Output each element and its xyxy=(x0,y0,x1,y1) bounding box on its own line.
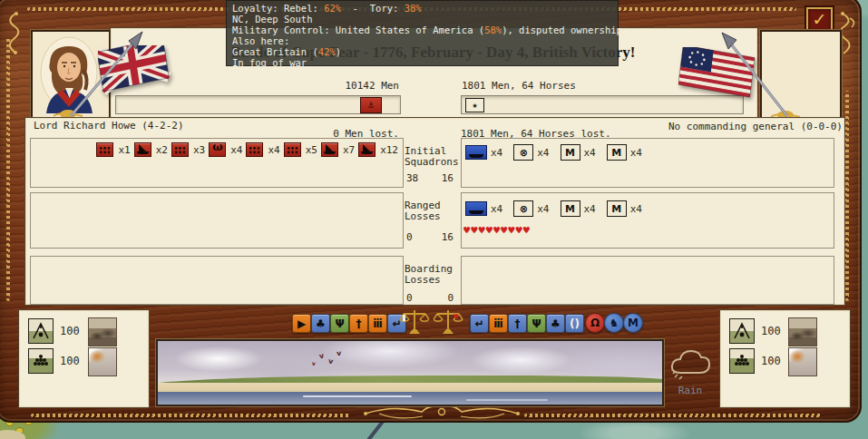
balance-candle-icon xyxy=(399,306,430,337)
infantry-icon[interactable]: ⅲ xyxy=(368,314,387,333)
tooltip-also-here-line: Also here: xyxy=(232,35,612,46)
british-flag-spear xyxy=(54,25,190,125)
ship-of-the-line-icon[interactable] xyxy=(284,142,301,157)
battlefield-landscape: v v v v xyxy=(156,339,664,406)
terrain-icon[interactable]: Ψ xyxy=(330,314,349,333)
unit-count: x4 xyxy=(537,203,549,215)
balance-heart-icon xyxy=(433,306,463,337)
luck-icon[interactable]: ♣ xyxy=(546,314,565,333)
gold-rope-bottom-right xyxy=(524,414,822,417)
ammo-cannonballs-icon[interactable] xyxy=(28,348,54,374)
ship-of-the-line-icon[interactable] xyxy=(246,142,263,157)
hit-hearts-row: ♥♥♥♥♥♥♥♥♥ xyxy=(463,224,531,237)
british-ranged-box xyxy=(30,192,404,249)
galley-icon[interactable] xyxy=(209,142,226,157)
american-ammo-value: 100 xyxy=(761,355,781,367)
initial-squadrons-label: Initial Squadrons xyxy=(405,146,461,168)
brackets-icon[interactable]: () xyxy=(565,314,584,333)
unit-count: x12 xyxy=(380,144,398,156)
weapons-icon[interactable]: † xyxy=(508,314,527,333)
tooltip-great-britain-line: Great Britain (42%) xyxy=(232,46,612,57)
weather-label: Rain xyxy=(664,385,717,396)
unit-count: x4 xyxy=(584,147,596,159)
sea-water xyxy=(158,392,662,405)
american-boarding-box xyxy=(461,256,834,305)
tooltip-region-line: NC, Deep South xyxy=(232,14,612,24)
checkmark-icon: ✓ xyxy=(813,9,827,29)
bottom-filigree-ornament xyxy=(361,405,522,421)
sloop-icon[interactable] xyxy=(321,142,338,157)
ranged-left-count: 0 xyxy=(406,231,413,243)
tooltip-loyalty-line: Loyalty: Rebel: 62% - Tory: 38% xyxy=(232,3,612,14)
unit-count: x7 xyxy=(343,144,355,156)
unit-count: x4 xyxy=(268,144,279,156)
militia-icon[interactable]: M xyxy=(607,200,627,217)
ammo-cannonballs-icon[interactable] xyxy=(729,348,755,374)
supply-tent-icon[interactable] xyxy=(729,318,755,344)
american-strength-label: 1801 Men, 64 Horses xyxy=(462,80,576,92)
anchor-icon[interactable]: ⚓ xyxy=(360,97,382,113)
militia-icon[interactable]: M xyxy=(607,144,627,161)
wave-icon[interactable]: M xyxy=(623,313,643,333)
boarding-left-count: 0 xyxy=(406,292,413,304)
unit-count: x4 xyxy=(491,147,502,159)
weapons-icon[interactable]: † xyxy=(349,314,368,333)
american-supply-value: 100 xyxy=(761,325,781,337)
militia-icon[interactable]: M xyxy=(561,144,580,161)
american-ranged-units-row: x4 ⊗x4 Mx4 Mx4 xyxy=(465,200,642,217)
region-tooltip: Loyalty: Rebel: 62% - Tory: 38% NC, Deep… xyxy=(226,0,619,66)
unit-count: x1 xyxy=(118,144,130,156)
fleet-icon[interactable] xyxy=(465,145,487,160)
ranged-right-count: 16 xyxy=(426,231,454,243)
gold-rope-left xyxy=(6,36,10,301)
boarding-right-count: 0 xyxy=(426,292,454,304)
supply-unit-icon[interactable]: ⊗ xyxy=(513,144,533,161)
sloop-icon[interactable] xyxy=(358,142,375,157)
battle-scene-thumbnail xyxy=(788,317,817,346)
bird-silhouette: v xyxy=(312,360,316,366)
corner-ornament-top-left xyxy=(3,11,26,56)
cavalry-icon[interactable]: ↵ xyxy=(470,314,489,333)
battle-scene-thumbnail xyxy=(88,317,117,346)
supply-tent-icon[interactable] xyxy=(28,318,54,344)
boarding-losses-label: Boarding Losses xyxy=(405,264,461,286)
battle-report-window: BATTLE REPORT ✓ Battle of Cape Fear - 17… xyxy=(0,0,868,439)
gold-rope-right xyxy=(845,91,849,301)
unit-count: x4 xyxy=(584,203,596,215)
ship-of-the-line-icon[interactable] xyxy=(96,142,113,157)
initial-left-count: 38 xyxy=(406,172,418,184)
gold-rope-bottom-left xyxy=(31,414,350,417)
unit-count: x4 xyxy=(630,203,642,215)
star-icon[interactable]: ★ xyxy=(465,98,484,112)
unit-count: x4 xyxy=(491,203,502,215)
tooltip-control-line: Military Control: United States of Ameri… xyxy=(232,24,612,35)
heart-on-scale-icon: ♥ xyxy=(454,312,458,321)
british-boarding-box xyxy=(30,256,404,305)
fleet-icon[interactable] xyxy=(465,201,487,216)
american-initial-units-row: x4 ⊗x4 Mx4 Mx4 xyxy=(465,144,642,161)
bird-icon[interactable]: ♞ xyxy=(604,313,624,333)
bird-silhouette: v xyxy=(318,352,325,361)
bird-silhouette: v xyxy=(327,357,333,366)
british-initial-units-row: x1 x2 x3 x4 x4 x5 x7 x12 xyxy=(34,142,398,157)
supply-unit-icon[interactable]: ⊗ xyxy=(513,200,533,217)
infantry-icon[interactable]: ⅲ xyxy=(489,314,508,333)
ranged-losses-label: Ranged Losses xyxy=(405,200,461,222)
american-flag-spear xyxy=(717,27,807,125)
unit-count: x3 xyxy=(193,144,205,156)
bird-silhouette: v xyxy=(336,349,342,357)
initiative-icon[interactable]: ▶ xyxy=(292,314,311,333)
terrain-icon[interactable]: Ψ xyxy=(527,314,546,333)
sea-foam xyxy=(466,399,548,401)
ship-of-the-line-icon[interactable] xyxy=(171,142,189,157)
militia-icon[interactable]: M xyxy=(561,200,580,217)
tooltip-fog-line: In fog of war xyxy=(232,57,612,68)
unit-count: x4 xyxy=(230,144,242,156)
luck-icon[interactable]: ♣ xyxy=(311,314,330,333)
rain-cloud-icon xyxy=(668,346,713,382)
unit-count: x2 xyxy=(156,144,168,156)
bell-icon[interactable]: Ω xyxy=(585,313,605,333)
unit-count: x5 xyxy=(306,144,317,156)
unit-count: x4 xyxy=(537,147,549,159)
sloop-icon[interactable] xyxy=(134,142,151,157)
